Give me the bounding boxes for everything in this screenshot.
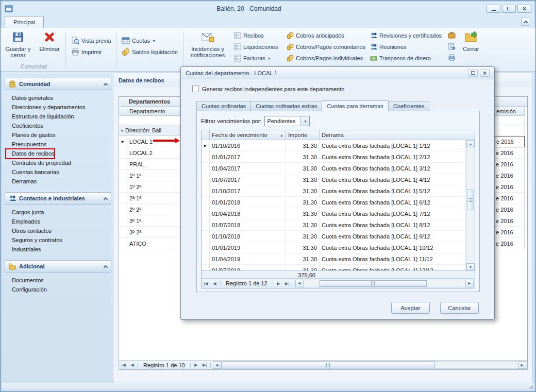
cobros-pagos-comunitarios-button[interactable]: Cobros/Pagos comunitarios <box>285 41 364 53</box>
save-close-button[interactable]: Guardar y cerrar <box>4 29 32 64</box>
liquidaciones-button[interactable]: Liquidaciones <box>232 41 281 53</box>
nav-next-button[interactable]: ▶ <box>274 281 283 286</box>
emision-cell[interactable]: e 2016 <box>495 147 525 159</box>
grid-row[interactable]: 01/10/201731,30Cuota extra Obras fachada… <box>202 185 466 197</box>
sidebar-item-planes-de-gastos[interactable]: Planes de gastos <box>9 130 111 140</box>
grid-row[interactable]: 01/01/201731,30Cuota extra Obras fachada… <box>202 151 466 163</box>
sidebar-item-otros-contactos[interactable]: Otros contactos <box>9 226 111 235</box>
maximize-button[interactable] <box>502 5 516 13</box>
emision-cell[interactable]: e 2016 <box>495 136 525 147</box>
sidebar-item-datos-generales[interactable]: Datos generales <box>9 93 111 103</box>
emision-cell[interactable]: e 2016 <box>495 170 525 181</box>
scrollbar-track[interactable] <box>221 361 518 369</box>
scroll-up-button[interactable]: ▲ <box>466 140 475 147</box>
recibos-button[interactable]: Recibos <box>232 30 281 41</box>
dialog-maximize-button[interactable] <box>468 69 478 77</box>
saldos-button[interactable]: Saldos liquidación <box>120 46 179 58</box>
sidebar-item-seguros-y-contratos[interactable]: Seguros y contratos <box>9 235 111 245</box>
ribbon-collapse-button[interactable] <box>521 18 530 26</box>
tab-principal[interactable]: Principal <box>5 16 44 28</box>
sidebar-item-documentos[interactable]: Documentos <box>9 276 111 285</box>
nav-last-button[interactable]: ▶| <box>283 281 292 286</box>
sidebar-item-industriales[interactable]: Industriales <box>9 245 111 254</box>
grid-row[interactable]: 01/04/201731,30Cuota extra Obras fachada… <box>202 163 466 174</box>
grid-row[interactable]: 01/04/201931,30Cuota extra Obras fachada… <box>202 253 466 265</box>
icon-button-3[interactable] <box>448 53 456 64</box>
delete-button[interactable]: Eliminar <box>35 29 64 64</box>
horizontal-scrollbar[interactable]: ◀ ▶ <box>295 280 474 287</box>
dialog-tab-cuotas-ordinarias-extras[interactable]: Cuotas ordinarias extras <box>250 101 322 111</box>
emision-cell[interactable]: e 2016 <box>495 215 525 227</box>
traspasos-button[interactable]: Traspasos de dinero <box>368 53 445 64</box>
emision-cell[interactable]: e 2016 <box>495 227 525 238</box>
nav-prev-button[interactable]: ◀ <box>210 281 219 286</box>
grid-row[interactable]: 01/01/201831,30Cuota extra Obras fachada… <box>202 197 466 208</box>
derrama-column-header[interactable]: Derrama <box>320 130 475 140</box>
scroll-left-button[interactable]: ◀ <box>295 280 304 287</box>
facturas-dropdown-button[interactable]: Facturas ▼ <box>232 53 281 64</box>
scroll-left-button[interactable]: ◀ <box>213 361 221 369</box>
grid-row[interactable]: 01/01/201931,30Cuota extra Obras fachada… <box>202 242 466 253</box>
scrollbar-track[interactable] <box>304 280 465 287</box>
sidebar-item-coeficientes[interactable]: Coeficientes <box>9 121 111 130</box>
print-button[interactable]: Imprimir <box>70 46 112 58</box>
reuniones-button[interactable]: Reuniones <box>368 41 445 53</box>
combo-dropdown-button[interactable]: ▼ <box>300 116 309 126</box>
emision-cell[interactable]: e 2016 <box>495 159 525 170</box>
dialog-tab-coeficientes[interactable]: Coeficientes <box>389 101 430 111</box>
resize-grip-icon[interactable] <box>528 384 533 389</box>
cancelar-button[interactable]: Cancelar <box>440 302 479 314</box>
grid-row[interactable]: 01/10/201831,30Cuota extra Obras fachada… <box>202 231 466 242</box>
close-button[interactable]: × <box>517 5 531 13</box>
dialog-close-button[interactable]: × <box>480 69 490 77</box>
revisiones-button[interactable]: Revisiones y certificados <box>368 30 445 41</box>
grid-row[interactable]: 01/04/201831,30Cuota extra Obras fachada… <box>202 208 466 219</box>
scrollbar-thumb[interactable] <box>467 190 474 210</box>
emision-cell[interactable]: e 2016 <box>495 193 525 204</box>
nav-first-button[interactable]: |◀ <box>119 363 128 367</box>
vencimientos-filter-combo[interactable]: Pendientes ▼ <box>264 116 310 126</box>
sidebar-item-estructura-de-liquidaci-n[interactable]: Estructura de liquidación <box>9 112 111 121</box>
sidebar-item-presupuestos[interactable]: Presupuestos <box>9 140 111 149</box>
minimize-button[interactable] <box>487 5 500 13</box>
scrollbar-thumb[interactable] <box>221 362 435 368</box>
emision-cell[interactable]: e 2016 <box>495 181 525 193</box>
preview-button[interactable]: Vista previa <box>70 35 112 46</box>
grid-row[interactable]: 01/07/201931,30Cuota extra Obras fachada… <box>202 265 466 270</box>
scroll-right-button[interactable]: ▶ <box>465 280 474 287</box>
fecha-column-header[interactable]: Fecha de vencimiento ▲ <box>210 130 286 140</box>
sidebar-group-contactos[interactable]: Contactos e industriales <box>5 192 111 204</box>
sidebar-item-contratos-de-propiedad[interactable]: Contratos de propiedad <box>9 158 111 167</box>
dialog-tab-cuotas-para-derramas[interactable]: Cuotas para derramas <box>322 100 388 112</box>
dialog-tab-cuotas-ordinarias[interactable]: Cuotas ordinarias <box>196 101 250 111</box>
sidebar-group-comunidad[interactable]: Comunidad <box>5 78 111 90</box>
nav-next-button[interactable]: ▶ <box>192 363 200 367</box>
checkbox[interactable] <box>192 86 199 92</box>
sidebar-item-cargos-junta[interactable]: Cargos junta <box>9 208 111 217</box>
emision-cell[interactable]: e 2016 <box>495 204 525 215</box>
horizontal-scrollbar[interactable]: ◀ ▶ <box>213 361 526 369</box>
sidebar-item-direcciones-y-departamentos[interactable]: Direcciones y departamentos <box>9 103 111 112</box>
icon-button-1[interactable] <box>448 30 456 41</box>
scroll-right-button[interactable]: ▶ <box>518 361 526 369</box>
nav-last-button[interactable]: ▶| <box>200 363 209 367</box>
filter-cell[interactable] <box>495 116 525 125</box>
grid-row[interactable]: 01/07/201831,30Cuota extra Obras fachada… <box>202 219 466 231</box>
emision-cell[interactable]: e 2016 <box>495 238 525 249</box>
sidebar-item-empleados[interactable]: Empleados <box>9 217 111 226</box>
cuotas-dropdown-button[interactable]: Cuotas ▼ <box>120 35 179 46</box>
grid-row[interactable]: 01/07/201731,30Cuota extra Obras fachada… <box>202 174 466 185</box>
scroll-down-button[interactable]: ▼ <box>466 263 475 270</box>
cobros-pagos-individuales-button[interactable]: Cobros/Pagos individuales <box>285 53 364 64</box>
nav-first-button[interactable]: |◀ <box>202 281 210 286</box>
cobros-anticipados-button[interactable]: Cobros anticipados <box>285 30 364 41</box>
scrollbar-thumb[interactable] <box>320 280 426 287</box>
icon-button-2[interactable] <box>448 41 456 53</box>
sidebar-item-cuentas-bancarias[interactable]: Cuentas bancarias <box>9 167 111 177</box>
sidebar-item-derramas[interactable]: Derramas <box>9 177 111 186</box>
group-expand-icon[interactable]: ▾ <box>121 128 123 133</box>
sidebar-item-configuraci-n[interactable]: Configuración <box>9 285 111 294</box>
cerrar-button[interactable]: Cerrar <box>457 29 485 65</box>
grid-row[interactable]: ▶01/10/201631,30Cuota extra Obras fachad… <box>202 140 466 151</box>
sidebar-group-adicional[interactable]: Adicional <box>5 260 111 272</box>
